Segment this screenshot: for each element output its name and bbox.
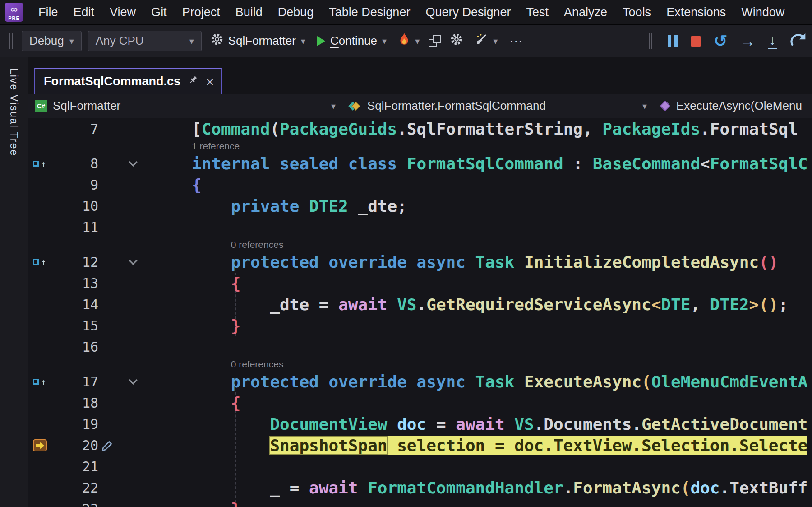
breakpoint-margin[interactable] — [28, 195, 51, 217]
toolbar-grip[interactable] — [9, 33, 13, 49]
menu-item-test[interactable]: Test — [519, 5, 557, 19]
breakpoint-margin[interactable] — [28, 273, 51, 294]
code-line-20[interactable]: 20 SnapshotSpan selection = doc.TextView… — [28, 435, 812, 456]
toolbar: Debug ▾ Any CPU ▾ SqlFormatter ▾ Continu… — [0, 25, 812, 57]
fold-margin — [98, 294, 166, 315]
breakpoint-margin[interactable]: ↑ — [28, 153, 51, 174]
breakpoint-margin[interactable]: ↑ — [28, 251, 51, 273]
menu-item-query-designer[interactable]: Query Designer — [418, 5, 518, 19]
member-dropdown[interactable]: ExecuteAsync(OleMenu — [653, 94, 812, 118]
breakpoint-margin[interactable] — [28, 336, 51, 358]
code-line-16[interactable]: 16 — [28, 336, 812, 358]
codelens-references[interactable]: 1 reference — [166, 140, 240, 153]
breakpoint-margin[interactable] — [28, 414, 51, 435]
live-visual-tree-tab[interactable]: Live Visual Tree — [8, 68, 20, 156]
menu-item-window[interactable]: Window — [734, 5, 792, 19]
code-line-14[interactable]: 14 _dte = await VS.GetRequiredServiceAsy… — [28, 294, 812, 315]
windows-icon[interactable] — [429, 35, 441, 47]
hot-reload-button[interactable]: ▾ — [396, 31, 422, 51]
breakpoint-margin[interactable] — [28, 498, 51, 507]
code-line-8[interactable]: ↑8internal sealed class FormatSqlCommand… — [28, 153, 812, 174]
project-dropdown[interactable]: C# SqlFormatter ▾ — [28, 94, 342, 118]
step-over-button[interactable] — [789, 31, 809, 51]
show-next-statement-button[interactable]: → — [740, 33, 755, 49]
break-all-button[interactable] — [668, 35, 678, 47]
code-line-12[interactable]: ↑12 protected override async Task Initia… — [28, 251, 812, 273]
code-line-21[interactable]: 21 — [28, 456, 812, 477]
breakpoint-margin[interactable]: ↑ — [28, 371, 51, 392]
step-arrow-icon: ↓ — [769, 33, 776, 47]
breakpoint-margin[interactable] — [28, 217, 51, 238]
startup-project-dropdown[interactable]: SqlFormatter ▾ — [208, 31, 308, 51]
code-line-17[interactable]: ↑17 protected override async Task Execut… — [28, 371, 812, 392]
tab-formatsqlcommand[interactable]: FormatSqlCommand.cs × — [34, 68, 222, 94]
code-line-18[interactable]: 18 { — [28, 392, 812, 414]
visual-studio-logo[interactable]: ∞ PRE — [5, 3, 23, 22]
breakpoint-margin[interactable] — [28, 435, 51, 456]
menu-item-git[interactable]: Git — [143, 5, 175, 19]
breakpoint-margin[interactable] — [28, 392, 51, 414]
menu-item-analyze[interactable]: Analyze — [556, 5, 615, 19]
breakpoint-margin[interactable] — [28, 174, 51, 195]
code-text: } — [166, 498, 240, 507]
fold-chevron-icon[interactable] — [129, 376, 138, 385]
menu-item-project[interactable]: Project — [175, 5, 228, 19]
code-editor[interactable]: 7[Command(PackageGuids.SqlFormatterStrin… — [28, 118, 812, 507]
menu-item-build[interactable]: Build — [228, 5, 270, 19]
menu-item-table-designer[interactable]: Table Designer — [321, 5, 418, 19]
line-number: 15 — [51, 315, 98, 336]
continue-button[interactable]: Continue ▾ — [314, 31, 389, 51]
flame-icon — [398, 33, 410, 49]
csharp-project-icon: C# — [35, 100, 47, 112]
code-text — [166, 217, 192, 238]
platform-dropdown[interactable]: Any CPU ▾ — [88, 31, 202, 51]
restart-button[interactable]: ↺ — [714, 33, 727, 49]
line-number: 9 — [51, 174, 98, 195]
fold-chevron-icon[interactable] — [129, 256, 138, 265]
code-text — [166, 456, 192, 477]
stop-debugging-button[interactable] — [691, 36, 701, 47]
breakpoint-margin[interactable] — [28, 118, 51, 140]
type-name: SqlFormatter.FormatSqlCommand — [367, 99, 546, 113]
code-line-15[interactable]: 15 } — [28, 315, 812, 336]
code-cleanup-button[interactable]: ▾ — [472, 31, 500, 51]
breakpoint-margin[interactable] — [28, 315, 51, 336]
codelens-row: 0 references — [28, 238, 812, 251]
fold-chevron-icon[interactable] — [129, 158, 138, 167]
codelens-references[interactable]: 0 references — [166, 358, 283, 371]
code-line-13[interactable]: 13 { — [28, 273, 812, 294]
line-number: 12 — [51, 251, 98, 273]
menu-item-extensions[interactable]: Extensions — [659, 5, 734, 19]
more-options-button[interactable]: ⋯ — [507, 33, 526, 49]
method-icon — [660, 100, 670, 111]
code-line-7[interactable]: 7[Command(PackageGuids.SqlFormatterStrin… — [28, 118, 812, 140]
breakpoint-margin[interactable] — [28, 294, 51, 315]
menu-item-view[interactable]: View — [102, 5, 143, 19]
menu-item-file[interactable]: File — [31, 5, 66, 19]
code-line-11[interactable]: 11 — [28, 217, 812, 238]
play-icon — [317, 36, 325, 46]
code-line-19[interactable]: 19 DocumentView doc = await VS.Documents… — [28, 414, 812, 435]
step-into-button[interactable]: ↓ — [768, 33, 777, 49]
code-line-23[interactable]: 23 } — [28, 498, 812, 507]
code-line-10[interactable]: 10 private DTE2 _dte; — [28, 195, 812, 217]
codelens-references[interactable]: 0 references — [166, 238, 283, 251]
type-dropdown[interactable]: SqlFormatter.FormatSqlCommand ▾ — [342, 94, 653, 118]
toolbar-grip[interactable] — [649, 33, 652, 49]
settings-gear-button[interactable] — [448, 31, 466, 51]
menu-item-edit[interactable]: Edit — [66, 5, 102, 19]
pin-icon[interactable] — [188, 74, 198, 88]
breakpoint-margin[interactable] — [28, 456, 51, 477]
solution-configuration-dropdown[interactable]: Debug ▾ — [22, 31, 82, 51]
code-text: { — [166, 392, 240, 414]
code-line-22[interactable]: 22 _ = await FormatCommandHandler.Format… — [28, 477, 812, 498]
code-line-9[interactable]: 9{ — [28, 174, 812, 195]
menu-bar: ∞ PRE FileEditViewGitProjectBuildDebugTa… — [0, 0, 812, 25]
menu-item-tools[interactable]: Tools — [615, 5, 659, 19]
breakpoint-margin[interactable] — [28, 477, 51, 498]
document-area: FormatSqlCommand.cs × C# SqlFormatter ▾ … — [28, 57, 812, 507]
menu-item-debug[interactable]: Debug — [270, 5, 322, 19]
code-text: SnapshotSpan selection = doc.TextView.Se… — [166, 435, 807, 456]
fold-margin — [98, 392, 166, 414]
close-icon[interactable]: × — [206, 74, 214, 89]
